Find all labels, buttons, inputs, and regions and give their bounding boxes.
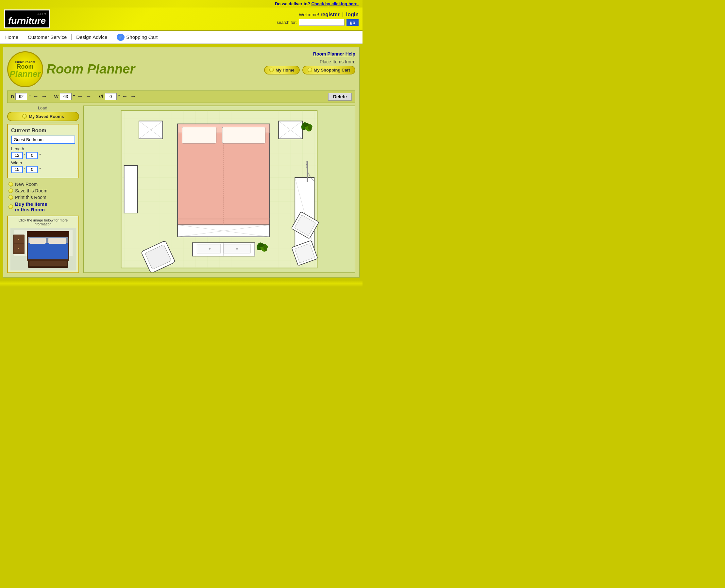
depth-left-arrow[interactable]: ←	[33, 93, 39, 100]
svg-rect-11	[29, 238, 46, 244]
delivery-link[interactable]: Check by clicking here.	[311, 1, 359, 6]
buy-items-btn[interactable]: Buy the Itemsin this Room	[8, 201, 79, 212]
width-feet-input[interactable]	[11, 166, 23, 173]
bed-svg	[11, 228, 76, 271]
delivery-label: Do we deliver to?	[275, 1, 310, 6]
my-home-dot	[269, 68, 274, 72]
buy-items-dot	[8, 205, 13, 209]
new-room-dot	[8, 182, 13, 187]
logo-main: furniture	[8, 16, 46, 26]
place-items-label: Place Items from:	[264, 59, 355, 64]
load-section: Load: My Saved Rooms	[7, 106, 79, 121]
delete-button[interactable]: Delete	[328, 93, 352, 101]
info-box: Click the image below for more informati…	[7, 216, 79, 273]
nav-customer-service[interactable]: Customer Service	[23, 34, 72, 40]
svg-point-43	[209, 248, 210, 250]
width-left-arrow[interactable]: ←	[77, 93, 83, 100]
place-btns: My Home My Shopping Cart	[264, 66, 355, 75]
room-canvas[interactable]	[83, 106, 355, 273]
info-box-message: Click the image below for more informati…	[10, 218, 77, 226]
svg-rect-14	[29, 261, 67, 266]
rp-help-link[interactable]: Room Planner Help	[264, 51, 355, 57]
svg-point-5	[18, 239, 19, 240]
svg-rect-8	[27, 231, 69, 238]
room-name-input[interactable]	[11, 135, 75, 144]
rp-title: Room Planner	[46, 62, 135, 77]
svg-point-6	[18, 248, 19, 249]
depth-input[interactable]	[15, 93, 27, 100]
search-input[interactable]	[299, 19, 344, 26]
print-room-dot	[8, 195, 13, 200]
width-inches-input[interactable]	[26, 166, 38, 173]
rp-right: Room Planner Help Place Items from: My H…	[264, 51, 355, 75]
width-inches-unit: "	[39, 167, 41, 172]
header: .com furniture Welcome! register | login…	[0, 7, 363, 31]
rotate-right-arrow[interactable]: →	[130, 93, 136, 100]
room-actions: New Room Save this Room Print this Room …	[7, 182, 79, 212]
width-group: W " ← →	[54, 93, 92, 100]
save-room-dot	[8, 188, 13, 193]
rp-header: Furniture.com Room Planner Room Planner …	[7, 51, 355, 87]
search-row: search for: go	[277, 19, 359, 26]
save-room-btn[interactable]: Save this Room	[8, 188, 79, 193]
cart-icon: 🛒	[117, 34, 124, 41]
search-label: search for:	[277, 20, 297, 25]
rotate-icon: ↺	[99, 93, 104, 100]
new-room-btn[interactable]: New Room	[8, 182, 79, 187]
room-planner-svg	[84, 106, 355, 272]
my-home-btn[interactable]: My Home	[264, 66, 300, 75]
rotate-input[interactable]	[105, 93, 117, 100]
room-layout: Load: My Saved Rooms Current Room Length…	[7, 106, 355, 273]
svg-rect-23	[182, 127, 216, 143]
print-room-btn[interactable]: Print this Room	[8, 195, 79, 200]
rotate-group: ↺ ° ← →	[99, 93, 137, 100]
my-shopping-cart-btn[interactable]: My Shopping Cart	[302, 66, 355, 75]
main-content: Furniture.com Room Planner Room Planner …	[3, 47, 360, 278]
length-inches-unit: "	[39, 153, 41, 158]
rp-logo-planner: Planner	[9, 69, 41, 78]
length-inches-input[interactable]	[26, 152, 38, 159]
welcome-text: Welcome!	[299, 12, 319, 17]
register-link[interactable]: register	[320, 12, 340, 17]
length-row: Length ' "	[11, 146, 75, 159]
cr-width-label: Width	[11, 161, 75, 165]
depth-label: D	[11, 94, 14, 99]
depth-right-arrow[interactable]: →	[41, 93, 47, 100]
logo[interactable]: .com furniture	[4, 9, 50, 28]
rotate-left-arrow[interactable]: ←	[122, 93, 127, 100]
rp-logo: Furniture.com Room Planner	[7, 51, 43, 87]
logo-area: .com furniture	[4, 9, 50, 28]
login-link[interactable]: login	[346, 12, 359, 17]
svg-rect-24	[222, 127, 265, 143]
navbar: Home Customer Service Design Advice 🛒 Sh…	[0, 31, 363, 44]
controls-row: D " ← → W " ← → ↺ ° ← → Delete	[7, 90, 355, 103]
bottom-bar	[0, 280, 363, 287]
nav-home[interactable]: Home	[5, 34, 23, 40]
length-feet-input[interactable]	[11, 152, 23, 159]
nav-design-advice[interactable]: Design Advice	[72, 34, 112, 40]
width-row: Width ' "	[11, 161, 75, 173]
nav-separator: |	[342, 12, 344, 17]
length-label: Length	[11, 146, 75, 151]
go-button[interactable]: go	[346, 19, 359, 26]
svg-rect-35	[124, 166, 138, 213]
saved-rooms-dot	[22, 114, 27, 119]
current-room-title: Current Room	[11, 128, 75, 133]
width-input[interactable]	[60, 93, 72, 100]
length-feet-unit: '	[24, 153, 25, 158]
svg-rect-12	[48, 238, 66, 244]
welcome-row: Welcome! register | login	[277, 12, 359, 18]
my-saved-rooms-btn[interactable]: My Saved Rooms	[7, 112, 79, 121]
current-room-box: Current Room Length ' " Width '	[7, 124, 79, 178]
svg-rect-59	[307, 161, 308, 182]
width-feet-unit: '	[24, 167, 25, 172]
svg-point-44	[236, 248, 238, 250]
width-right-arrow[interactable]: →	[86, 93, 92, 100]
left-panel: Load: My Saved Rooms Current Room Length…	[7, 106, 79, 273]
depth-group: D " ← →	[11, 93, 48, 100]
load-label: Load:	[7, 106, 79, 110]
width-label: W	[54, 94, 59, 99]
header-right: Welcome! register | login search for: go	[277, 12, 359, 26]
bed-image[interactable]	[10, 228, 77, 271]
nav-shopping-cart[interactable]: 🛒 Shopping Cart	[112, 34, 162, 41]
